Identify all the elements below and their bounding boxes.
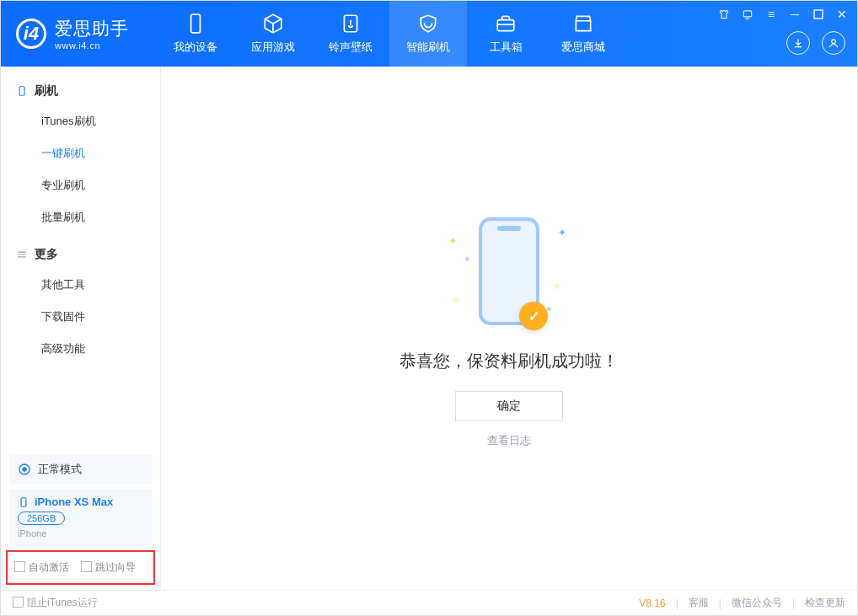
checkbox-skip-wizard[interactable]: 跳过向导 [81, 560, 136, 575]
logo-icon: i4 [16, 19, 46, 49]
success-illustration: ✦✧✦✧ ✓ [433, 208, 585, 335]
sidebar-item-pro-flash[interactable]: 专业刷机 [1, 169, 160, 201]
close-button[interactable]: ✕ [835, 8, 849, 21]
device-name-label: iPhone XS Max [35, 495, 113, 508]
phone-icon: ✓ [479, 217, 539, 325]
toolbox-icon [495, 13, 517, 35]
mode-label: 正常模式 [38, 462, 82, 477]
refresh-shield-icon [417, 13, 439, 35]
group-label: 刷机 [35, 83, 58, 99]
svg-rect-6 [19, 87, 24, 96]
svg-rect-2 [497, 20, 514, 31]
shirt-icon[interactable] [717, 8, 731, 21]
view-log-link[interactable]: 查看日志 [487, 433, 531, 448]
header-actions [786, 31, 845, 55]
logo: i4 爱思助手 www.i4.cn [1, 17, 157, 51]
sidebar-item-other-tools[interactable]: 其他工具 [1, 269, 160, 301]
tab-label: 智能刷机 [406, 40, 450, 55]
sidebar-item-one-click-flash[interactable]: 一键刷机 [1, 137, 160, 169]
result-title: 恭喜您，保资料刷机成功啦！ [400, 350, 619, 372]
tab-store[interactable]: 爱思商城 [544, 1, 622, 67]
tab-label: 爱思商城 [561, 40, 605, 55]
statusbar: 阻止iTunes运行 V8.16 | 客服 | 微信公众号 | 检查更新 [1, 590, 857, 615]
svg-point-5 [832, 40, 836, 44]
tab-smart-flash[interactable]: 智能刷机 [389, 1, 467, 67]
feedback-icon[interactable] [741, 8, 754, 21]
minimize-button[interactable]: ─ [788, 8, 802, 21]
device-icon [185, 13, 206, 35]
music-note-icon [340, 13, 362, 35]
checkbox-auto-activate[interactable]: 自动激活 [14, 560, 69, 575]
tab-label: 工具箱 [490, 40, 523, 55]
menu-icon[interactable]: ≡ [764, 8, 778, 21]
result-panel: ✦✧✦✧ ✓ 恭喜您，保资料刷机成功啦！ 确定 查看日志 [400, 208, 619, 448]
group-label: 更多 [35, 247, 58, 262]
tab-label: 我的设备 [174, 40, 217, 55]
tab-ringtones-wallpapers[interactable]: 铃声壁纸 [312, 1, 389, 67]
window-controls: ≡ ─ ✕ [717, 8, 849, 21]
top-tabs: 我的设备 应用游戏 铃声壁纸 智能刷机 工具箱 爱思商城 [157, 1, 622, 67]
check-update-link[interactable]: 检查更新 [805, 596, 845, 610]
highlighted-options-box: 自动激活 跳过向导 [6, 550, 155, 585]
sidebar-group-more: 更多 [1, 240, 160, 269]
svg-rect-9 [21, 497, 26, 506]
svg-rect-0 [191, 14, 201, 33]
tab-my-device[interactable]: 我的设备 [157, 1, 234, 67]
app-title: 爱思助手 [55, 17, 129, 40]
sidebar-item-download-firmware[interactable]: 下载固件 [1, 301, 160, 333]
tab-label: 应用游戏 [251, 40, 295, 55]
tab-apps-games[interactable]: 应用游戏 [234, 1, 312, 67]
customer-service-link[interactable]: 客服 [689, 596, 709, 610]
wechat-link[interactable]: 微信公众号 [732, 596, 782, 610]
user-button[interactable] [822, 31, 845, 55]
sidebar-item-batch-flash[interactable]: 批量刷机 [1, 201, 160, 233]
maximize-button[interactable] [812, 8, 825, 21]
svg-point-8 [23, 468, 26, 471]
sidebar-item-advanced[interactable]: 高级功能 [1, 333, 160, 365]
app-subtitle: www.i4.cn [55, 40, 129, 51]
main-content: ✦✧✦✧ ✓ 恭喜您，保资料刷机成功啦！ 确定 查看日志 [161, 67, 857, 590]
storage-pill: 256GB [18, 512, 65, 525]
tab-label: 铃声壁纸 [329, 40, 373, 55]
mode-card[interactable]: 正常模式 [9, 455, 152, 484]
ok-button[interactable]: 确定 [455, 391, 563, 421]
svg-rect-3 [743, 11, 751, 17]
sidebar-item-itunes-flash[interactable]: iTunes刷机 [1, 105, 160, 137]
device-card[interactable]: iPhone XS Max 256GB iPhone [9, 489, 152, 545]
check-badge-icon: ✓ [519, 302, 548, 330]
checkbox-block-itunes[interactable]: 阻止iTunes运行 [13, 596, 98, 610]
tab-toolbox[interactable]: 工具箱 [467, 1, 544, 67]
svg-rect-4 [814, 10, 823, 19]
device-type: iPhone [18, 528, 143, 538]
download-button[interactable] [786, 31, 810, 55]
titlebar: i4 爱思助手 www.i4.cn 我的设备 应用游戏 铃声壁纸 智能刷机 工具… [1, 1, 857, 67]
version-label: V8.16 [639, 597, 665, 609]
store-icon [572, 13, 594, 35]
sidebar: 刷机 iTunes刷机 一键刷机 专业刷机 批量刷机 更多 其他工具 下载固件 … [1, 67, 161, 590]
phone-icon [18, 496, 29, 508]
mode-icon [18, 463, 31, 476]
sidebar-group-flash: 刷机 [1, 77, 160, 105]
cube-icon [262, 13, 284, 35]
